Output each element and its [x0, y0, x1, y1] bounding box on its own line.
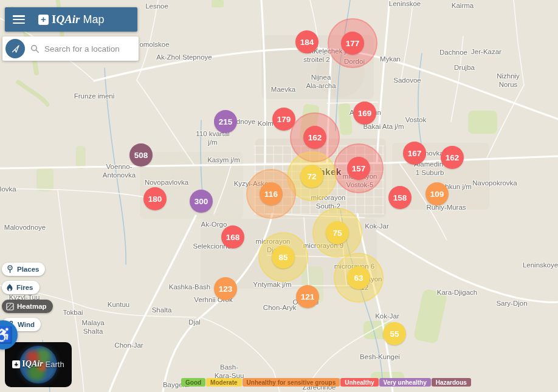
aqi-legend: GoodModerateUnhealthy for sensitive grou… — [181, 378, 471, 387]
aqi-marker[interactable]: 169 — [353, 101, 376, 125]
places-label: Places — [17, 266, 39, 273]
legend-chip: Very unhealthy — [379, 378, 431, 387]
brand-name: IQAir — [52, 13, 80, 26]
heatmap-label: Heatmap — [17, 303, 47, 310]
aqi-marker[interactable]: 55 — [383, 322, 406, 345]
brand-suffix: Map — [83, 13, 105, 26]
aqi-marker[interactable]: 162 — [441, 146, 464, 169]
aqi-marker[interactable]: 121 — [296, 285, 319, 308]
aqi-marker[interactable]: 508 — [129, 143, 153, 167]
legend-chip: Unhealthy for sensitive groups — [243, 378, 340, 387]
legend-chip: Hazardous — [432, 378, 471, 387]
heatmap-grid-icon — [6, 303, 14, 311]
aqi-marker[interactable]: 167 — [403, 142, 426, 165]
iqair-plus-icon: + — [12, 360, 20, 368]
aqi-marker[interactable]: 85 — [272, 246, 295, 269]
search-bar — [2, 36, 139, 61]
places-toggle[interactable]: Places — [2, 263, 45, 276]
fires-toggle[interactable]: Fires — [2, 281, 40, 294]
earth-card-label: + IQAir Earth — [5, 359, 72, 369]
earth-suffix: Earth — [46, 360, 64, 369]
map-pin-icon — [6, 265, 14, 273]
locate-me-button[interactable] — [5, 39, 25, 58]
map-app: LesnoeLeninskoeKairmaomolskoeAk-Zhol Ste… — [0, 0, 558, 392]
aqi-marker[interactable]: 109 — [425, 182, 449, 205]
iqair-plus-icon: + — [38, 15, 49, 25]
wind-label: Wind — [18, 321, 35, 328]
search-icon — [30, 44, 40, 53]
flame-icon — [6, 283, 13, 292]
iqair-logo[interactable]: + IQAir Map — [38, 13, 105, 26]
aqi-marker[interactable]: 300 — [190, 190, 213, 213]
aqi-marker[interactable]: 184 — [295, 30, 319, 53]
iqair-earth-card[interactable]: + IQAir Earth — [5, 342, 72, 387]
brand-name: IQAir — [22, 359, 43, 369]
wheelchair-icon: ♿ — [0, 326, 13, 345]
aqi-marker[interactable]: 123 — [214, 277, 237, 300]
aqi-marker[interactable]: 168 — [221, 225, 244, 249]
aqi-marker[interactable]: 158 — [388, 186, 412, 209]
aqi-marker[interactable]: 180 — [143, 187, 167, 210]
legend-chip: Unhealthy — [340, 378, 378, 387]
aqi-marker[interactable]: 116 — [260, 182, 283, 205]
legend-chip: Good — [181, 378, 205, 387]
aqi-marker[interactable]: 63 — [347, 266, 370, 289]
aqi-marker[interactable]: 215 — [214, 110, 237, 133]
navigation-arrow-icon — [11, 44, 20, 53]
aqi-marker[interactable]: 157 — [347, 157, 370, 180]
legend-chip: Moderate — [206, 378, 241, 387]
aqi-marker[interactable]: 72 — [300, 165, 323, 188]
heatmap-toggle[interactable]: Heatmap — [2, 300, 53, 313]
aqi-marker[interactable]: 177 — [341, 32, 364, 55]
aqi-marker[interactable]: 75 — [326, 221, 349, 244]
search-field[interactable] — [30, 44, 133, 53]
search-input[interactable] — [44, 44, 129, 53]
menu-icon[interactable] — [13, 15, 25, 24]
app-header: + IQAir Map — [5, 7, 137, 32]
aqi-marker[interactable]: 162 — [303, 126, 326, 149]
fires-label: Fires — [16, 284, 33, 291]
